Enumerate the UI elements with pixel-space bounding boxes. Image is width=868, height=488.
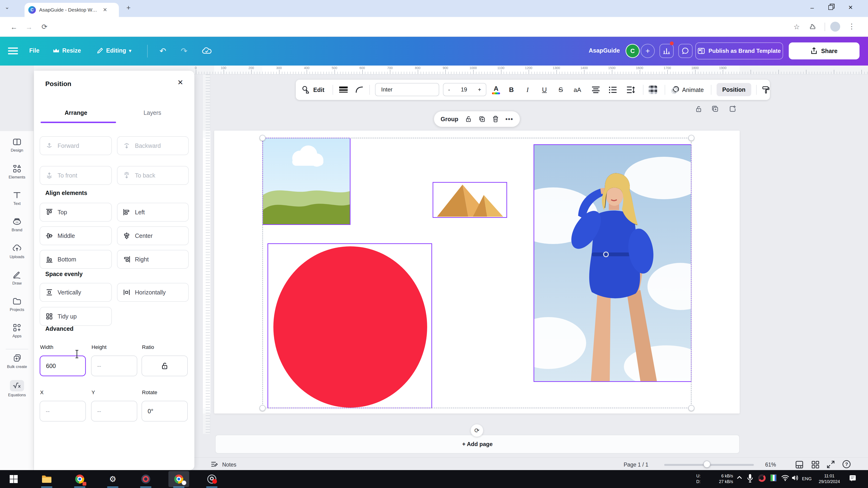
sidebar-item-bulk-create[interactable]: Bulk create (0, 354, 34, 369)
selection-handle-bottom-right[interactable] (688, 405, 694, 411)
redo-icon[interactable]: ↷ (181, 46, 187, 56)
taskbar-settings[interactable]: ⚙ (105, 471, 121, 487)
ratio-lock-button[interactable] (142, 356, 188, 376)
font-size-increase[interactable]: + (478, 86, 481, 93)
width-input[interactable] (40, 356, 86, 376)
duplicate-icon[interactable] (478, 115, 486, 123)
browser-menu-icon[interactable]: ⋮ (848, 22, 855, 30)
tray-volume-icon[interactable] (792, 475, 799, 481)
tray-opera-icon[interactable] (758, 474, 766, 482)
group-selection-bounds[interactable] (262, 138, 691, 408)
font-size-value[interactable]: 19 (461, 86, 467, 93)
file-menu[interactable]: File (29, 47, 39, 54)
sync-button[interactable]: ⟳ (470, 424, 484, 437)
sidebar-item-uploads[interactable]: Uploads (0, 244, 34, 259)
sidebar-item-design[interactable]: Design (0, 137, 34, 153)
align-right-button[interactable]: Right (117, 250, 189, 269)
bold-button[interactable]: B (509, 80, 514, 100)
align-top-button[interactable]: Top (40, 203, 112, 222)
window-restore-button[interactable] (828, 5, 833, 10)
selection-handle-bottom-left[interactable] (259, 405, 266, 411)
insights-button[interactable] (659, 44, 674, 58)
to-front-button[interactable]: To front (40, 166, 112, 185)
stroke-weight-button[interactable] (339, 80, 348, 100)
comments-button[interactable] (678, 44, 692, 58)
share-button[interactable]: Share (789, 42, 860, 59)
reload-button[interactable]: ⟳ (41, 23, 48, 31)
sidebar-item-apps[interactable]: Apps (0, 323, 34, 338)
add-page-button[interactable]: + Add page (215, 435, 740, 454)
publish-brand-template-button[interactable]: Publish as Brand Template (695, 42, 783, 59)
resize-menu[interactable]: Resize (53, 47, 81, 54)
tab-arrange[interactable]: Arrange (45, 109, 106, 116)
profile-avatar[interactable] (830, 22, 840, 32)
window-close-button[interactable]: ✕ (848, 4, 853, 11)
underline-button[interactable]: U (542, 80, 547, 100)
list-button[interactable] (609, 80, 617, 100)
tray-expand-chevron[interactable] (737, 476, 742, 479)
unlock-icon[interactable] (465, 115, 472, 123)
tray-wifi-icon[interactable] (781, 475, 789, 481)
y-input[interactable] (91, 401, 137, 422)
notification-center-icon[interactable] (849, 475, 856, 482)
tab-search-chevron-icon[interactable]: ⌄ (5, 4, 9, 10)
sidebar-item-text[interactable]: Text (0, 191, 34, 206)
sidebar-item-equations[interactable]: Equations (0, 380, 34, 397)
sidebar-item-brand[interactable]: co Brand (0, 217, 34, 232)
spacing-button[interactable] (627, 80, 635, 100)
taskbar-chrome-active[interactable] (168, 471, 189, 487)
editing-mode-menu[interactable]: Editing ▾ (97, 47, 131, 54)
align-left-button[interactable]: Left (117, 203, 189, 222)
align-middle-button[interactable]: Middle (40, 226, 112, 245)
tray-language[interactable]: ENG (802, 476, 812, 481)
extensions-icon[interactable] (809, 23, 816, 30)
line-style-button[interactable] (355, 80, 364, 100)
align-bottom-button[interactable]: Bottom (40, 250, 112, 269)
tab-close-icon[interactable]: ✕ (103, 7, 107, 13)
space-vertically-button[interactable]: Vertically (40, 283, 112, 302)
page-lock-icon[interactable] (695, 105, 703, 113)
sidebar-item-draw[interactable]: Draw (0, 270, 34, 286)
window-minimize-button[interactable]: – (810, 4, 814, 11)
text-case-button[interactable]: aA (574, 80, 581, 100)
height-input[interactable] (91, 356, 137, 376)
forward-button[interactable]: Forward (40, 136, 112, 155)
page-add-icon[interactable] (729, 105, 736, 113)
zoom-percentage[interactable]: 61% (765, 462, 776, 468)
transparency-button[interactable] (649, 80, 657, 100)
text-color-button[interactable]: A (492, 80, 500, 100)
page-duplicate-icon[interactable] (711, 105, 719, 113)
edit-button[interactable]: Edit (302, 80, 324, 100)
grid-view-button[interactable] (811, 461, 819, 469)
text-align-button[interactable] (592, 80, 599, 100)
add-member-button[interactable]: + (641, 44, 655, 58)
fullscreen-button[interactable] (827, 461, 835, 468)
font-family-select[interactable]: Inter (375, 83, 439, 96)
delete-icon[interactable] (492, 115, 499, 123)
tidy-up-button[interactable]: Tidy up (40, 307, 112, 326)
animate-button[interactable]: Animate (671, 80, 704, 100)
menu-icon[interactable] (8, 47, 18, 55)
taskbar-file-explorer[interactable] (39, 471, 55, 487)
to-back-button[interactable]: To back (117, 166, 189, 185)
sidebar-item-elements[interactable]: Elements (0, 164, 34, 180)
account-avatar[interactable]: C (625, 44, 640, 58)
backward-button[interactable]: Backward (117, 136, 189, 155)
copy-style-button[interactable] (762, 80, 770, 100)
notes-button[interactable]: Notes (211, 461, 236, 468)
help-button[interactable]: ? (842, 460, 850, 468)
bookmark-star-icon[interactable]: ☆ (794, 23, 800, 31)
pages-view-button[interactable] (795, 461, 803, 469)
rotate-input[interactable] (142, 401, 188, 422)
selection-handle-top-left[interactable] (259, 135, 266, 141)
sidebar-item-projects[interactable]: Projects (0, 297, 34, 312)
start-button[interactable] (6, 471, 22, 487)
tray-app-icon[interactable] (770, 474, 776, 481)
position-button[interactable]: Position (717, 83, 751, 96)
taskbar-chrome-1[interactable] (72, 471, 88, 487)
space-horizontally-button[interactable]: Horizontally (117, 283, 189, 302)
group-button[interactable]: Group (441, 116, 458, 123)
tray-clock-time[interactable]: 11:01 (815, 474, 843, 479)
italic-button[interactable]: I (526, 80, 529, 100)
panel-close-icon[interactable]: ✕ (177, 78, 183, 87)
